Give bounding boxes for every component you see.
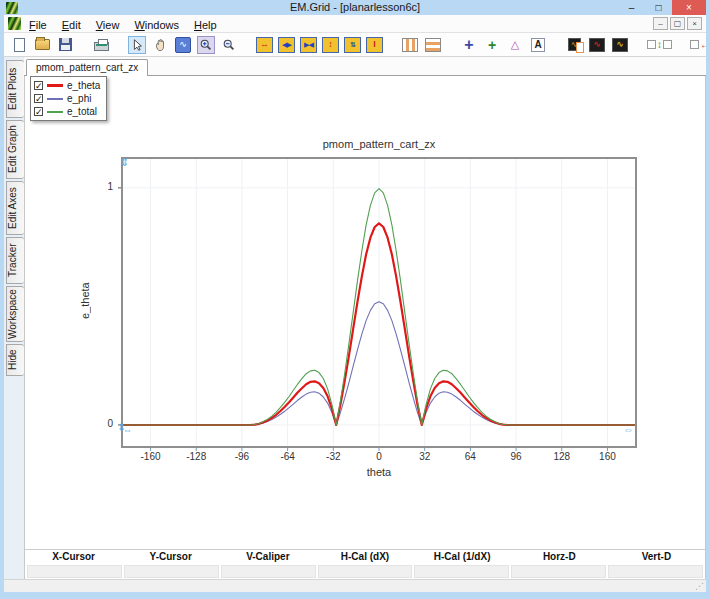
cursor-readout-bar: X-CursorY-CursorV-CaliperH-Cal (dX)H-Cal… bbox=[25, 549, 705, 579]
graph-style-red-button[interactable]: ∿ bbox=[588, 36, 606, 54]
text-icon: A bbox=[531, 38, 545, 52]
toolbar: ∿ ↔ ◀▶ ▶◀ ↕ ⇅ I + + △ A ∿ ∿ ∿ ↕ bbox=[4, 33, 706, 57]
expand-x-button[interactable]: ↔ bbox=[256, 37, 273, 53]
readout-cell bbox=[318, 565, 413, 578]
minimize-button[interactable]: – bbox=[618, 0, 645, 15]
red-curve-icon: ∿ bbox=[589, 38, 605, 52]
zoom-in-button[interactable] bbox=[197, 36, 215, 54]
add-cursor-button[interactable]: + bbox=[460, 36, 478, 54]
title-bar[interactable]: EM.Grid - [planarlesson6c] – □ × bbox=[4, 0, 706, 15]
open-file-button[interactable] bbox=[33, 36, 51, 54]
save-button[interactable] bbox=[56, 36, 74, 54]
mdi-minimize-button[interactable]: – bbox=[653, 17, 668, 30]
pointer-icon bbox=[130, 38, 144, 52]
legend-item-e_theta[interactable]: ✓e_theta bbox=[34, 79, 100, 92]
select-pointer-button[interactable] bbox=[128, 36, 146, 54]
app-logo-icon bbox=[6, 2, 18, 14]
corner-drag-handle-horizontal-icon[interactable]: ⇔ bbox=[123, 426, 132, 435]
menu-windows[interactable]: Windows bbox=[134, 19, 179, 31]
document-logo-icon bbox=[8, 17, 21, 30]
readout-label-h-cal-1-dx-: H-Cal (1/dX) bbox=[414, 550, 511, 564]
new-file-button[interactable] bbox=[10, 36, 28, 54]
new-graph-window-button[interactable]: ∿ bbox=[565, 36, 583, 54]
status-bar: ⋰ bbox=[4, 579, 706, 592]
x-tick-label: 96 bbox=[496, 451, 536, 462]
axes-icon: + bbox=[488, 38, 496, 52]
corner-drag-handle-vertical-icon[interactable]: ⇕ bbox=[120, 157, 129, 168]
scale-x-out-button[interactable]: ◀▶ bbox=[278, 37, 295, 53]
readout-label-y-cursor: Y-Cursor bbox=[122, 550, 219, 564]
graph-style-multi-button[interactable]: ∿ bbox=[611, 36, 629, 54]
legend-item-e_phi[interactable]: ✓e_phi bbox=[34, 92, 100, 105]
readout-cell bbox=[124, 565, 219, 578]
maximize-button[interactable]: □ bbox=[645, 0, 672, 15]
zoom-out-button[interactable] bbox=[220, 36, 238, 54]
sidebar-tab-edit-axes[interactable]: Edit Axes bbox=[6, 181, 24, 235]
scale-x-out-icon: ◀▶ bbox=[282, 41, 291, 48]
x-tick-label: -32 bbox=[313, 451, 353, 462]
legend-item-e_total[interactable]: ✓e_total bbox=[34, 105, 100, 118]
x-tick-label: 64 bbox=[450, 451, 490, 462]
scale-y-out-button[interactable]: ⇅ bbox=[344, 37, 361, 53]
pan-view-button[interactable]: ∿ bbox=[174, 36, 192, 54]
sidebar-tab-workspace[interactable]: Workspace bbox=[6, 286, 24, 342]
legend-label: e_theta bbox=[67, 80, 100, 91]
close-button[interactable]: × bbox=[672, 0, 706, 15]
readout-label-horz-d: Horz-D bbox=[511, 550, 608, 564]
x-tick-label: 0 bbox=[359, 451, 399, 462]
vertical-panes-icon bbox=[402, 38, 418, 52]
resize-grip-icon[interactable]: ⋰ bbox=[695, 581, 704, 592]
menu-help[interactable]: Help bbox=[194, 19, 217, 31]
tab-strip: pmom_pattern_cart_zx bbox=[24, 57, 706, 76]
x-tick-label: 160 bbox=[587, 451, 627, 462]
expand-y-icon: ↕ bbox=[328, 40, 333, 49]
plot-canvas[interactable]: ✓e_theta✓e_phi✓e_total pmom_pattern_cart… bbox=[25, 76, 705, 549]
text-annotation-button[interactable]: A bbox=[529, 36, 547, 54]
legend-checkbox-e_phi[interactable]: ✓ bbox=[34, 94, 43, 103]
split-horizontal-button[interactable] bbox=[424, 36, 442, 54]
scale-y-out-icon: ⇅ bbox=[350, 41, 355, 48]
plot-area[interactable] bbox=[117, 153, 641, 452]
print-button[interactable] bbox=[92, 36, 110, 54]
scale-x-in-button[interactable]: ▶◀ bbox=[300, 37, 317, 53]
corner-drag-handle-right-icon[interactable]: ⇔ bbox=[623, 424, 634, 435]
crosshair-plus-icon: + bbox=[464, 37, 473, 53]
horizontal-panes-icon bbox=[425, 38, 441, 52]
polygon-annotation-button[interactable]: △ bbox=[506, 36, 524, 54]
vertical-spacing-button[interactable]: ↕ bbox=[647, 36, 672, 54]
sidebar-tab-edit-graph[interactable]: Edit Graph bbox=[6, 120, 24, 179]
legend-line-sample bbox=[47, 111, 63, 113]
readout-cell bbox=[608, 565, 703, 578]
expand-y-button[interactable]: ↕ bbox=[322, 37, 339, 53]
y-tick-label: 1 bbox=[89, 181, 113, 192]
x-tick-label: 32 bbox=[405, 451, 445, 462]
sidebar-tab-edit-plots[interactable]: Edit Plots bbox=[6, 60, 24, 118]
mdi-restore-button[interactable]: ▢ bbox=[670, 17, 685, 30]
readout-label-v-caliper: V-Caliper bbox=[219, 550, 316, 564]
menu-edit[interactable]: Edit bbox=[62, 19, 81, 31]
x-tick-label: -160 bbox=[131, 451, 171, 462]
scale-x-in-icon: ▶◀ bbox=[304, 41, 313, 48]
legend-checkbox-e_theta[interactable]: ✓ bbox=[34, 81, 43, 90]
mdi-close-button[interactable]: × bbox=[687, 17, 702, 30]
readout-cell bbox=[27, 565, 122, 578]
sidebar: Edit PlotsEdit GraphEdit AxesTrackerWork… bbox=[4, 57, 24, 579]
new-file-icon bbox=[14, 38, 25, 52]
zoom-in-icon bbox=[199, 38, 213, 52]
legend-box[interactable]: ✓e_theta✓e_phi✓e_total bbox=[30, 76, 107, 121]
axes-tracker-button[interactable]: + bbox=[483, 36, 501, 54]
sidebar-tab-hide[interactable]: Hide bbox=[6, 344, 24, 376]
sidebar-tab-tracker[interactable]: Tracker bbox=[6, 237, 24, 284]
scale-y-in-button[interactable]: I bbox=[366, 37, 383, 53]
split-vertical-button[interactable] bbox=[401, 36, 419, 54]
tab-pmom-pattern-cart-zx[interactable]: pmom_pattern_cart_zx bbox=[26, 59, 148, 76]
legend-label: e_phi bbox=[67, 93, 91, 104]
pan-hand-button[interactable] bbox=[151, 36, 169, 54]
graph-window-icon: ∿ bbox=[568, 38, 581, 51]
menu-view[interactable]: View bbox=[96, 19, 120, 31]
legend-line-sample bbox=[47, 84, 63, 87]
legend-checkbox-e_total[interactable]: ✓ bbox=[34, 107, 43, 116]
menu-file[interactable]: File bbox=[29, 19, 47, 31]
horizontal-spacing-button[interactable]: ↔ bbox=[690, 36, 710, 54]
y-tick-label: 0 bbox=[89, 418, 113, 429]
